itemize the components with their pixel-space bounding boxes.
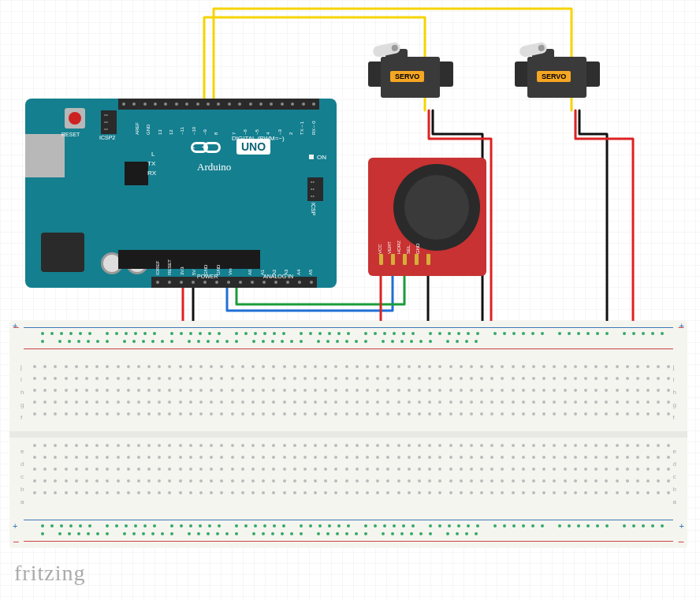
digital-section-label: DIGITAL (PWM=~): [232, 135, 285, 142]
arduino-logo: - + UNO: [191, 142, 238, 161]
analog-section-label: ANALOG IN: [263, 274, 293, 279]
joystick-pin-header[interactable]: [379, 254, 458, 270]
servo-motor-1: SERVO: [365, 41, 460, 108]
joystick-thumbstick[interactable]: [393, 164, 480, 251]
terminal-strip-bottom[interactable]: [33, 444, 672, 504]
icsp2-header: [101, 110, 117, 134]
arduino-uno-board: RESET ICSP2 ICSP AREFGND1312~11~10~987~6…: [25, 99, 337, 288]
terminal-strip-top[interactable]: [33, 365, 672, 425]
l-led-label: L: [151, 151, 155, 158]
breadboard: jihgf jihgf edcba edcba + − + − + − + −: [9, 321, 687, 548]
joystick-pin-labels: VCCVERTHORZSELGND: [378, 240, 420, 254]
servo-2-label: SERVO: [537, 71, 571, 82]
icsp-label: ICSP: [311, 203, 316, 215]
servo-1-label: SERVO: [390, 71, 424, 82]
diagram-canvas: RESET ICSP2 ICSP AREFGND1312~11~10~987~6…: [0, 0, 700, 600]
on-led-label: ON: [317, 154, 326, 161]
icsp-header: [307, 177, 323, 201]
tx-led-label: TX: [147, 160, 155, 167]
analog-joystick-module: VCCVERTHORZSELGND: [368, 158, 486, 276]
ic-chip: [125, 162, 148, 185]
servo-motor-2: SERVO: [512, 41, 606, 108]
rx-led-label: RX: [147, 170, 156, 177]
brand-label: Arduino: [197, 161, 231, 173]
power-rail-bottom[interactable]: [24, 518, 673, 543]
power-jack: [41, 233, 84, 272]
reset-button[interactable]: [65, 108, 85, 129]
power-analog-pin-labels: IOREFRESET3V35VGNDGNDVinA0A1A2A3A4A5: [151, 258, 317, 275]
wire-servo2-gnd: [579, 110, 607, 334]
icsp2-label: ICSP2: [99, 135, 115, 140]
breadboard-gutter: [9, 431, 687, 438]
wire-servo2-vcc: [575, 110, 633, 344]
fritzing-watermark: fritzing: [14, 561, 85, 586]
usb-port: [25, 134, 65, 177]
power-section-label: POWER: [197, 274, 218, 279]
reset-label: RESET: [61, 132, 80, 137]
digital-pin-labels: AREFGND1312~11~10~987~6~54~32TX→1RX←0: [118, 111, 319, 135]
digital-pin-header[interactable]: [118, 99, 319, 110]
power-rail-top[interactable]: [24, 326, 673, 351]
